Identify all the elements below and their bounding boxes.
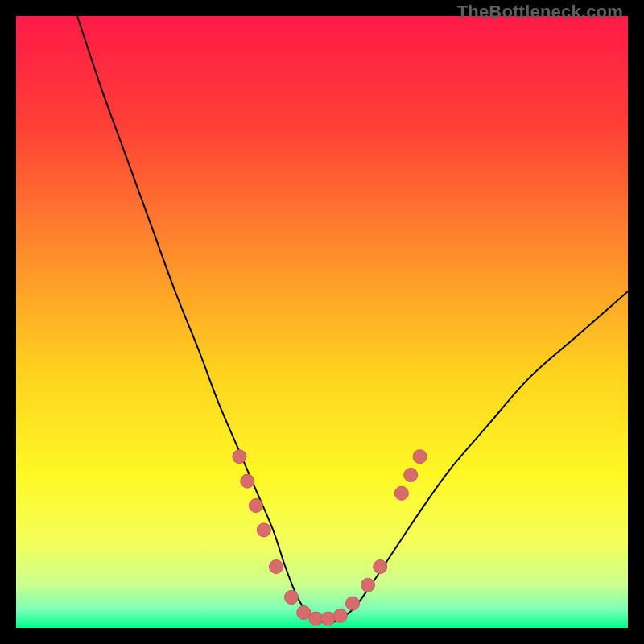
bottleneck-curve bbox=[16, 16, 628, 628]
curve-marker bbox=[270, 560, 283, 574]
curve-marker bbox=[404, 469, 418, 482]
curve-marker bbox=[346, 597, 360, 610]
curve-marker bbox=[361, 578, 375, 592]
curve-marker bbox=[241, 474, 254, 488]
curve-marker bbox=[249, 499, 262, 513]
curve-marker bbox=[394, 486, 408, 500]
chart-frame bbox=[16, 16, 628, 628]
curve-marker bbox=[333, 609, 347, 622]
curve-marker bbox=[257, 523, 270, 537]
curve-markers bbox=[233, 450, 427, 625]
curve-marker bbox=[285, 591, 299, 605]
curve-marker bbox=[309, 612, 323, 625]
curve-marker bbox=[374, 560, 387, 574]
curve-marker bbox=[297, 606, 311, 620]
curve-marker bbox=[321, 612, 335, 625]
curve-marker bbox=[413, 450, 427, 464]
watermark-text: TheBottleneck.com bbox=[457, 2, 623, 23]
curve-marker bbox=[233, 450, 246, 464]
